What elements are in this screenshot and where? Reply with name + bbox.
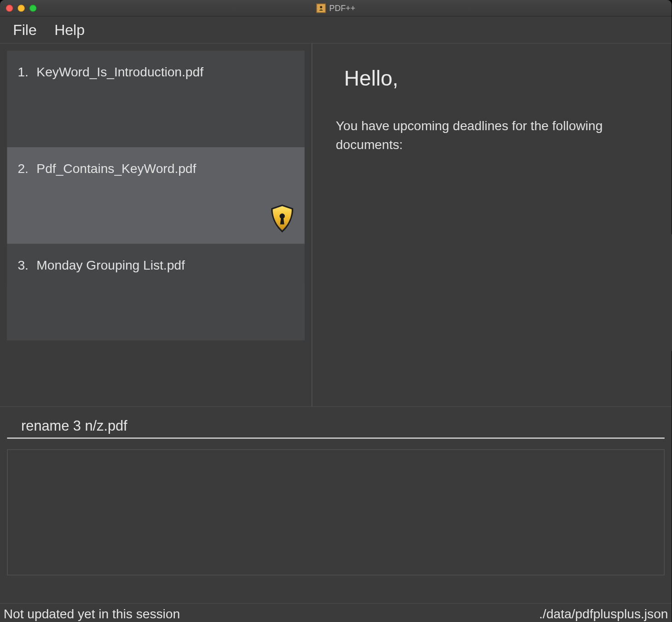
file-item-label: 2. Pdf_Contains_KeyWord.pdf bbox=[17, 161, 294, 177]
file-item-name: KeyWord_Is_Introduction.pdf bbox=[36, 65, 203, 80]
file-item-1[interactable]: 1. KeyWord_Is_Introduction.pdf bbox=[7, 51, 304, 147]
lock-shield-icon bbox=[268, 204, 296, 235]
file-item-label: 1. KeyWord_Is_Introduction.pdf bbox=[17, 65, 294, 80]
file-item-name: Monday Grouping List.pdf bbox=[36, 258, 185, 273]
title-center: PDF++ bbox=[0, 3, 672, 12]
greeting-heading: Hello, bbox=[344, 66, 654, 91]
app-icon bbox=[316, 3, 325, 12]
svg-point-0 bbox=[320, 6, 322, 8]
app-window: PDF++ File Help 1. KeyWord_Is_Introducti… bbox=[0, 0, 672, 622]
content-pane: Hello, You have upcoming deadlines for t… bbox=[312, 44, 672, 406]
menu-file[interactable]: File bbox=[13, 21, 37, 38]
file-item-index: 2. bbox=[17, 161, 30, 177]
window-title: PDF++ bbox=[329, 3, 355, 12]
menu-help[interactable]: Help bbox=[54, 21, 85, 38]
output-area[interactable] bbox=[7, 449, 664, 576]
status-right: ./data/pdfplusplus.json bbox=[539, 606, 668, 622]
titlebar: PDF++ bbox=[0, 0, 672, 17]
file-item-label: 3. Monday Grouping List.pdf bbox=[17, 258, 294, 273]
file-item-3[interactable]: 3. Monday Grouping List.pdf bbox=[7, 244, 304, 340]
menubar: File Help bbox=[0, 17, 672, 44]
file-sidebar: 1. KeyWord_Is_Introduction.pdf 2. Pdf_Co… bbox=[0, 44, 312, 406]
minimize-window-button[interactable] bbox=[17, 5, 24, 12]
file-item-2[interactable]: 2. Pdf_Contains_KeyWord.pdf bbox=[7, 147, 304, 244]
close-window-button[interactable] bbox=[6, 5, 13, 12]
file-item-name: Pdf_Contains_KeyWord.pdf bbox=[36, 161, 196, 177]
file-list: 1. KeyWord_Is_Introduction.pdf 2. Pdf_Co… bbox=[7, 51, 304, 340]
window-controls bbox=[6, 5, 37, 12]
maximize-window-button[interactable] bbox=[29, 5, 36, 12]
command-row bbox=[0, 406, 672, 441]
deadline-message: You have upcoming deadlines for the foll… bbox=[336, 116, 654, 154]
file-item-index: 3. bbox=[17, 258, 30, 273]
main-area: 1. KeyWord_Is_Introduction.pdf 2. Pdf_Co… bbox=[0, 44, 672, 406]
command-input[interactable] bbox=[21, 418, 665, 434]
statusbar: Not updated yet in this session ./data/p… bbox=[0, 603, 672, 622]
command-input-wrap bbox=[7, 418, 664, 439]
status-left: Not updated yet in this session bbox=[4, 606, 180, 622]
file-item-index: 1. bbox=[17, 65, 30, 80]
